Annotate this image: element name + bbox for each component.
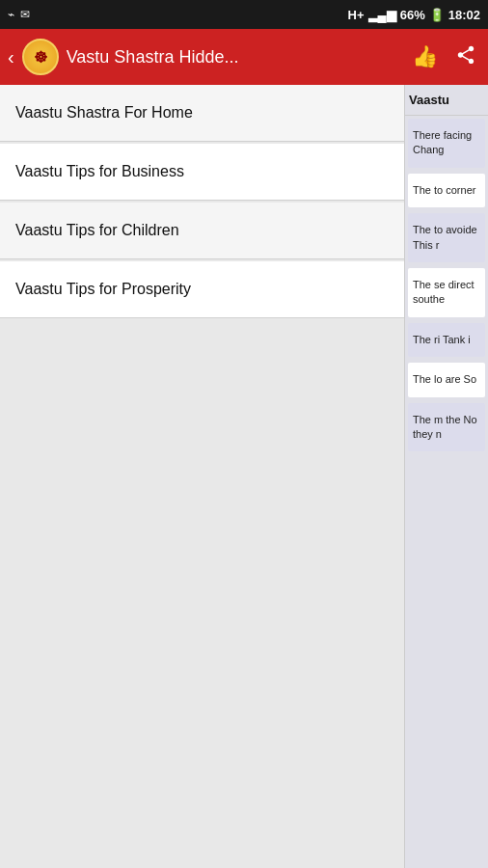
menu-item-home[interactable]: Vaastu Shastra For Home <box>0 85 404 142</box>
status-left-icons: ⌁ ✉ <box>8 8 30 21</box>
signal-bars: ▂▄▆ <box>368 8 396 22</box>
status-bar: ⌁ ✉ H+ ▂▄▆ 66% 🔋 18:02 <box>0 0 488 29</box>
right-panel: Vaastu There facing Chang The to corner … <box>405 85 488 868</box>
content-item-3[interactable]: The se direct southe <box>408 268 485 317</box>
menu-item-prosperity[interactable]: Vaastu Tips for Prosperity <box>0 261 404 318</box>
clock: 18:02 <box>448 8 480 22</box>
back-button[interactable]: ‹ <box>8 46 14 68</box>
content-item-0[interactable]: There facing Chang <box>408 119 485 168</box>
hplus-signal: H+ <box>348 8 365 22</box>
right-panel-header: Vaastu <box>405 85 488 116</box>
content-item-4[interactable]: The ri Tank i <box>408 323 485 357</box>
content-item-1[interactable]: The to corner <box>408 174 485 207</box>
content-item-5[interactable]: The lo are So <box>408 363 485 396</box>
usb-icon: ⌁ <box>8 8 14 21</box>
logo-symbol: ☸ <box>34 48 47 67</box>
status-right-info: H+ ▂▄▆ 66% 🔋 18:02 <box>348 8 480 22</box>
thumbup-button[interactable]: 👍 <box>408 41 442 73</box>
app-bar-actions: 👍 <box>408 41 480 74</box>
content-area: Vaastu Shastra For Home Vaastu Tips for … <box>0 85 488 868</box>
menu-item-business[interactable]: Vaastu Tips for Business <box>0 144 404 201</box>
left-panel: Vaastu Shastra For Home Vaastu Tips for … <box>0 85 405 868</box>
share-button[interactable] <box>451 41 480 74</box>
app-title: Vastu Shastra Hidde... <box>67 47 400 68</box>
content-item-6[interactable]: The m the No they n <box>408 403 485 452</box>
battery-percent: 66% <box>400 8 425 22</box>
app-bar: ‹ ☸ Vastu Shastra Hidde... 👍 <box>0 29 488 85</box>
menu-item-children[interactable]: Vaastu Tips for Children <box>0 203 404 259</box>
battery-icon: 🔋 <box>429 8 445 22</box>
share-icon <box>455 44 476 66</box>
content-item-2[interactable]: The to avoide This r <box>408 213 485 262</box>
gmail-icon: ✉ <box>20 8 30 21</box>
app-logo: ☸ <box>22 39 59 75</box>
